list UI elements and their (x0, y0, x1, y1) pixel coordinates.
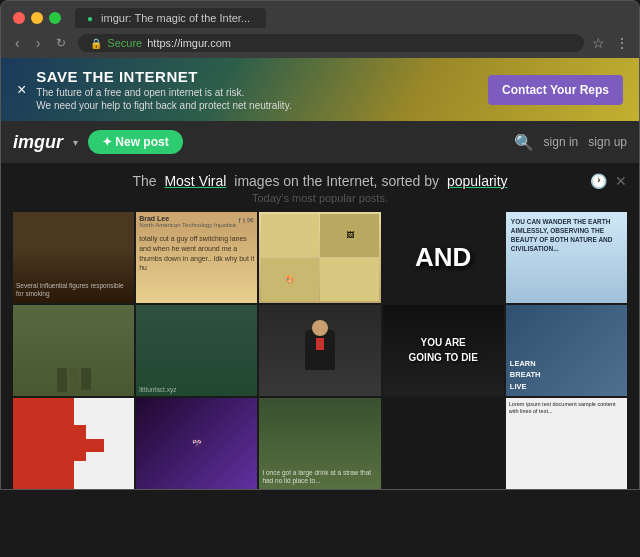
toolbar-right: ☆ ⋮ (592, 35, 629, 51)
grid-item[interactable]: YOU AREGOING TO DIE (383, 305, 504, 396)
logo-dropdown-icon[interactable]: ▾ (73, 137, 78, 148)
image-grid: Several influential figures responsible … (13, 212, 627, 489)
sort-icons: 🕐 ✕ (590, 173, 627, 189)
secure-label: Secure (107, 37, 142, 49)
banner-content: SAVE THE INTERNET The future of a free a… (36, 68, 478, 111)
headline: The Most Viral images on the Internet, s… (132, 173, 507, 189)
browser-titlebar: ● imgur: The magic of the Inter... (1, 1, 639, 28)
browser-toolbar: ‹ › ↻ 🔒 Secure https://imgur.com ☆ ⋮ (1, 28, 639, 58)
grid-item[interactable]: Lorem ipsum text document sample content… (506, 398, 627, 489)
popularity-text[interactable]: popularity (447, 173, 508, 189)
most-viral-text[interactable]: Most Viral (164, 173, 226, 189)
signup-link[interactable]: sign up (588, 135, 627, 149)
grid-item[interactable]: YOU CAN WANDER THE EARTH AIMLESSLY, OBSE… (506, 212, 627, 303)
headline-mid: images on the Internet, sorted by (234, 173, 439, 189)
signin-link[interactable]: sign in (544, 135, 579, 149)
banner-line1: The future of a free and open internet i… (36, 85, 478, 100)
grid-item[interactable]: 🎌 (136, 398, 257, 489)
clock-icon[interactable]: 🕐 (590, 173, 607, 189)
grid-item[interactable]: AND (383, 212, 504, 303)
banner-close-icon[interactable]: × (17, 81, 26, 99)
refresh-icon[interactable]: ↻ (52, 34, 70, 52)
headline-row: The Most Viral images on the Internet, s… (13, 173, 627, 189)
menu-icon[interactable]: ⋮ (615, 35, 629, 51)
browser-tab[interactable]: ● imgur: The magic of the Inter... (75, 8, 266, 28)
grid-item[interactable]: Brad Lee North American Technology Injus… (136, 212, 257, 303)
maximize-button[interactable] (49, 12, 61, 24)
grid-item[interactable]: LEARNBREATHLIVE (506, 305, 627, 396)
grid-item[interactable] (13, 305, 134, 396)
grid-item[interactable]: littlunfact.xyz (136, 305, 257, 396)
grid-item[interactable]: I once got a large drink at a straw that… (259, 398, 380, 489)
grid-item[interactable]: 🖼 🎨 (259, 212, 380, 303)
address-bar[interactable]: 🔒 Secure https://imgur.com (78, 34, 584, 52)
grid-item[interactable]: Several influential figures responsible … (13, 212, 134, 303)
banner: × SAVE THE INTERNET The future of a free… (1, 58, 639, 121)
minimize-button[interactable] (31, 12, 43, 24)
close-button[interactable] (13, 12, 25, 24)
forward-icon[interactable]: › (32, 33, 45, 53)
browser-window: ● imgur: The magic of the Inter... ‹ › ↻… (0, 0, 640, 490)
close-icon[interactable]: ✕ (615, 173, 627, 189)
contact-reps-button[interactable]: Contact Your Reps (488, 75, 623, 105)
tab-favicon: ● (87, 13, 93, 24)
banner-title: SAVE THE INTERNET (36, 68, 478, 85)
address-text: https://imgur.com (147, 37, 231, 49)
grid-item[interactable] (259, 305, 380, 396)
tab-title: imgur: The magic of the Inter... (101, 12, 250, 24)
grid-item[interactable] (383, 398, 504, 489)
headline-prefix: The (132, 173, 156, 189)
imgur-logo[interactable]: imgur (13, 132, 63, 153)
bookmark-icon[interactable]: ☆ (592, 35, 605, 51)
back-icon[interactable]: ‹ (11, 33, 24, 53)
grid-item[interactable] (13, 398, 134, 489)
imgur-navbar: imgur ▾ ✦ New post 🔍 sign in sign up (1, 121, 639, 163)
banner-line2: We need your help to fight back and prot… (36, 100, 478, 111)
subheadline: Today's most popular posts. (13, 192, 627, 204)
main-content: The Most Viral images on the Internet, s… (1, 163, 639, 489)
search-icon[interactable]: 🔍 (514, 133, 534, 152)
new-post-button[interactable]: ✦ New post (88, 130, 183, 154)
lock-icon: 🔒 (90, 38, 102, 49)
